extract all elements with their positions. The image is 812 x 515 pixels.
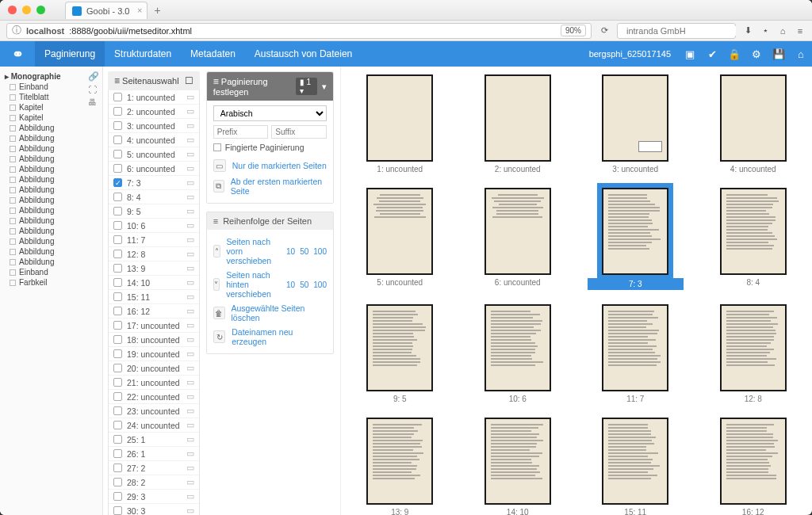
tree-node[interactable]: Abbildung [3, 246, 99, 257]
tree-node[interactable]: Kapitel [3, 102, 99, 113]
thumb-icon[interactable]: ▭ [186, 292, 194, 302]
thumbnail-card[interactable]: 12: 8 [706, 304, 802, 403]
page-checkbox[interactable] [113, 164, 122, 173]
page-thumbnail[interactable] [485, 188, 551, 275]
minimize-window-icon[interactable] [22, 6, 31, 14]
thumbnail-card[interactable]: 14: 10 [470, 418, 566, 515]
page-thumbnail[interactable] [720, 74, 787, 162]
thumb-icon[interactable]: ▭ [186, 120, 194, 131]
thumb-icon[interactable]: ▭ [186, 363, 194, 373]
page-checkbox[interactable] [113, 93, 122, 101]
page-row[interactable]: 18: uncounted▭ [109, 333, 199, 347]
tree-node[interactable]: Abbildung [3, 236, 99, 246]
tree-node[interactable]: Abbildung [3, 185, 99, 195]
page-thumbnail[interactable] [485, 418, 551, 505]
select-all-icon[interactable]: ☐ [185, 75, 193, 86]
page-thumbnail[interactable] [366, 74, 433, 162]
page-row[interactable]: 29: 3▭ [109, 490, 199, 504]
regen-filenames-link[interactable]: ↻Dateinamen neu erzeugen [213, 325, 327, 349]
thumb-icon[interactable]: ▭ [186, 377, 194, 387]
thumbnail-card[interactable]: 15: 11 [588, 418, 684, 515]
new-tab-button[interactable]: + [154, 4, 160, 17]
page-row[interactable]: 14: 10▭ [109, 276, 199, 290]
page-row[interactable]: 2: uncounted▭ [109, 105, 199, 119]
tree-node[interactable]: Abbildung [3, 154, 99, 164]
page-checkbox[interactable] [113, 321, 122, 330]
page-checkbox[interactable] [113, 193, 122, 201]
thumbnail-card[interactable]: 10: 6 [470, 304, 566, 403]
tree-node[interactable]: Abbildung [3, 216, 99, 226]
page-thumbnail[interactable] [602, 188, 668, 275]
thumb-icon[interactable]: ▭ [186, 448, 194, 459]
page-thumbnail[interactable] [720, 188, 787, 275]
page-checkbox[interactable] [113, 464, 122, 472]
tree-node[interactable]: Einband [3, 82, 99, 92]
page-checkbox[interactable] [113, 449, 122, 458]
thumb-icon[interactable]: ▭ [186, 206, 194, 216]
save-icon[interactable]: 💾 [768, 48, 790, 60]
bookmark-icon[interactable]: ⭑ [760, 25, 771, 36]
page-checkbox[interactable] [113, 307, 122, 315]
image-view-icon[interactable]: ▣ [679, 48, 701, 60]
page-row[interactable]: 20: uncounted▭ [109, 361, 199, 376]
only-marked-link[interactable]: ▭Nur die markierten Seiten [213, 157, 327, 174]
maximize-window-icon[interactable] [36, 6, 45, 14]
page-row[interactable]: 1: uncounted▭ [109, 90, 199, 105]
page-checkbox[interactable] [113, 235, 122, 244]
tree-node[interactable]: Abbildung [3, 123, 99, 133]
page-thumbnail[interactable] [602, 304, 668, 391]
thumbnail-card[interactable]: 6: uncounted [470, 188, 566, 290]
thumbnail-card[interactable]: 3: uncounted [588, 74, 684, 174]
address-box[interactable]: ⓘ localhost 90% [6, 23, 592, 39]
search-box[interactable] [617, 23, 736, 39]
page-row[interactable]: 8: 4▭ [109, 190, 199, 204]
page-checkbox[interactable] [113, 378, 122, 387]
page-row[interactable]: 21: uncounted▭ [109, 376, 199, 390]
page-row[interactable]: 22: uncounted▭ [109, 390, 199, 404]
page-thumbnail[interactable] [602, 74, 668, 162]
thumbnail-card[interactable]: 13: 9 [352, 418, 448, 515]
page-row[interactable]: 3: uncounted▭ [109, 119, 199, 133]
home-nav-icon[interactable]: ⌂ [790, 48, 812, 60]
page-checkbox[interactable] [113, 121, 122, 130]
tree-node[interactable]: Abbildung [3, 164, 99, 174]
thumb-icon[interactable]: ▭ [186, 220, 194, 231]
thumb-icon[interactable]: ▭ [186, 277, 194, 288]
close-window-icon[interactable] [8, 6, 17, 14]
from-first-marked-link[interactable]: ⧉Ab der ersten markierten Seite [213, 174, 327, 198]
validate-icon[interactable]: ✔ [701, 48, 723, 60]
page-checkbox[interactable] [113, 250, 122, 258]
thumb-icon[interactable]: ▭ [186, 263, 194, 273]
thumbnail-card[interactable]: 9: 5 [352, 304, 448, 403]
page-checkbox[interactable] [113, 435, 122, 444]
pagination-scheme-select[interactable]: Arabisch [213, 105, 327, 121]
delete-selected-link[interactable]: 🗑Ausgewählte Seiten löschen [213, 301, 327, 325]
fictitious-checkbox[interactable]: Fingierte Paginierung [213, 143, 327, 152]
page-checkbox[interactable]: ✓ [113, 178, 122, 187]
thumb-icon[interactable]: ▭ [186, 192, 194, 202]
site-info-icon[interactable]: ⓘ [12, 24, 21, 37]
thumb-icon[interactable]: ▭ [186, 306, 194, 316]
tree-node[interactable]: Kapitel [3, 113, 99, 123]
link-icon[interactable]: 🔗 [88, 71, 99, 82]
thumbnail-card[interactable]: 5: uncounted [352, 188, 448, 290]
page-row[interactable]: 19: uncounted▭ [109, 347, 199, 361]
tree-node[interactable]: Farbkeil [3, 277, 99, 288]
tree-node[interactable]: Abbildung [3, 226, 99, 236]
page-checkbox[interactable] [113, 392, 122, 401]
page-row[interactable]: 24: uncounted▭ [109, 418, 199, 433]
thumbnail-card[interactable]: 7: 3 [588, 188, 684, 290]
page-row[interactable]: 9: 5▭ [109, 204, 199, 219]
page-checkbox[interactable] [113, 264, 122, 273]
page-row[interactable]: 16: 12▭ [109, 304, 199, 319]
thumb-icon[interactable]: ▭ [186, 334, 194, 345]
page-thumbnail[interactable] [720, 418, 787, 505]
page-checkbox[interactable] [113, 221, 122, 230]
tree-node[interactable]: Titelblatt [3, 92, 99, 102]
thumb-icon[interactable]: ▭ [186, 420, 194, 430]
tree-node[interactable]: Abbildung [3, 257, 99, 267]
page-checkbox[interactable] [113, 135, 122, 144]
home-icon[interactable]: ⌂ [777, 26, 788, 36]
thumb-icon[interactable]: ▭ [186, 106, 194, 116]
page-checkbox[interactable] [113, 207, 122, 216]
